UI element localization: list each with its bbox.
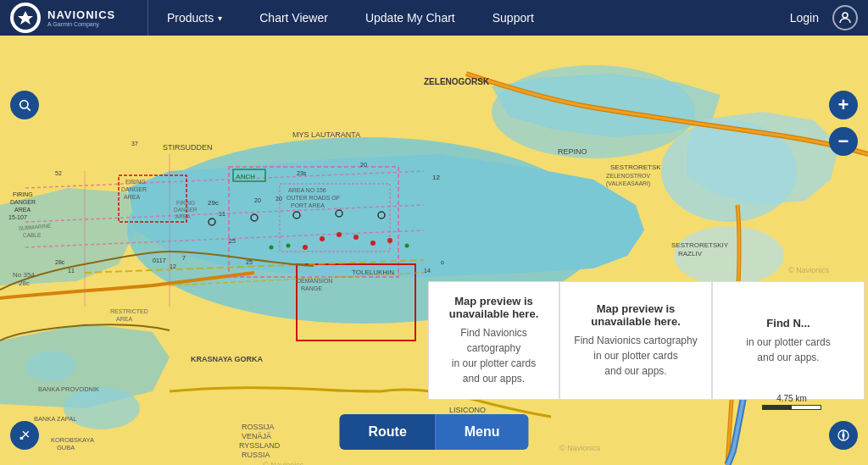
scale-bar: 4.75 km [762,394,821,410]
svg-text:12: 12 [432,174,440,181]
svg-text:20: 20 [360,162,367,168]
panel3-subtitle: in our plotter cardsand our apps. [746,335,830,365]
svg-text:ROSSIJA: ROSSIJA [242,423,275,431]
svg-text:14: 14 [424,268,431,274]
svg-text:No 354: No 354 [13,271,35,279]
svg-text:15-107: 15-107 [8,214,27,220]
svg-text:(VALKEASAARI): (VALKEASAARI) [606,180,650,187]
svg-text:AREA: AREA [14,207,31,213]
nav-right: Login [790,5,868,30]
svg-text:BANKA PROVODNIK: BANKA PROVODNIK [38,385,99,393]
svg-text:RAZLIV: RAZLIV [678,250,703,257]
svg-point-27 [353,235,359,240]
svg-text:DANGER: DANGER [121,186,147,192]
svg-text:TOLELUKHIN: TOLELUKHIN [352,268,394,276]
svg-text:KRASNAYA GORKA: KRASNAYA GORKA [191,355,264,363]
svg-text:28c: 28c [55,259,65,265]
svg-text:FIRING: FIRING [13,191,33,197]
svg-text:MYS LAUTARANTA: MYS LAUTARANTA [292,130,360,139]
svg-text:PORT AREA: PORT AREA [291,202,325,208]
svg-marker-109 [843,431,845,440]
scale-label: 4.75 km [776,394,807,403]
panel2-subtitle: Find Navionics cartographyin our plotter… [574,333,697,379]
svg-marker-0 [18,11,33,25]
svg-text:25: 25 [229,238,236,244]
svg-text:© Navionics: © Navionics [788,266,830,274]
svg-point-13 [25,351,76,381]
panel1-subtitle: Find Navionics cartographyin our plotter… [442,325,546,386]
svg-text:DEMANSION: DEMANSION [297,278,332,284]
nav-login[interactable]: Login [790,11,819,25]
svg-point-1 [843,13,848,18]
svg-text:© Navionics: © Navionics [263,461,304,465]
svg-text:12: 12 [170,263,176,269]
svg-point-30 [387,238,392,243]
search-button[interactable] [10,91,39,119]
svg-text:RYSSLAND: RYSSLAND [239,441,281,450]
svg-text:REPINO: REPINO [558,147,587,156]
svg-point-33 [405,244,409,248]
svg-point-26 [337,232,342,237]
svg-point-32 [270,246,274,250]
svg-text:FIRING: FIRING [125,179,146,185]
svg-text:FIRING: FIRING [176,200,195,206]
svg-text:DANGER: DANGER [174,207,198,213]
map-preview-panel-1: Map preview isunavailable here. Find Nav… [428,281,559,400]
svg-text:RESTRICTED: RESTRICTED [110,308,148,314]
svg-text:29c: 29c [208,199,219,207]
logo-area[interactable]: NAVIONICS A Garmin Company [0,0,148,36]
svg-text:o: o [441,259,444,265]
svg-text:0117: 0117 [153,257,166,263]
nav-items: Products ▾ Chart Viewer Update My Chart … [148,0,790,36]
svg-text:37: 37 [131,141,138,147]
svg-text:AREA: AREA [124,194,140,200]
svg-point-103 [20,101,28,108]
svg-text:GUBA: GUBA [57,444,75,451]
svg-text:STIRSUDDEN: STIRSUDDEN [163,143,213,152]
svg-text:RUSSIA: RUSSIA [242,451,270,459]
svg-point-29 [370,241,376,246]
svg-line-104 [27,108,31,111]
svg-text:AREA: AREA [116,316,132,322]
zoom-out-button[interactable]: − [829,127,858,156]
zoom-in-button[interactable]: + [829,91,858,119]
svg-text:20: 20 [275,196,282,202]
panel1-title: Map preview isunavailable here. [449,295,539,320]
user-avatar[interactable] [832,5,858,30]
map-area[interactable]: ZELENOGORSK STIRSUDDEN MYS LAUTARANTA RE… [0,36,868,465]
svg-text:VENÄJÄ: VENÄJÄ [242,432,271,440]
logo-icon [10,3,41,33]
svg-text:52: 52 [55,170,62,176]
svg-text:28c: 28c [19,280,30,287]
svg-text:CABLE: CABLE [23,232,42,238]
svg-text:AREA NO 156: AREA NO 156 [288,187,326,193]
menu-button[interactable]: Menu [436,414,529,450]
svg-point-12 [64,387,140,429]
panel2-title: Map preview isunavailable here. [591,302,681,328]
svg-text:BANKA ZAPAL: BANKA ZAPAL [34,415,76,423]
svg-text:ZELENOSTROV: ZELENOSTROV [606,173,650,179]
svg-text:SESTRORETSK: SESTRORETSK [610,163,661,171]
svg-text:11: 11 [219,211,225,217]
nav-support[interactable]: Support [474,0,553,36]
svg-text:LISICONO: LISICONO [449,406,486,414]
scale-line [762,405,821,410]
edit-button[interactable] [10,421,39,450]
nav-chart-viewer[interactable]: Chart Viewer [241,0,347,36]
svg-text:7: 7 [182,255,186,261]
compass-button[interactable] [829,421,858,450]
svg-point-31 [287,244,291,248]
chevron-down-icon: ▾ [218,14,222,23]
nav-products[interactable]: Products ▾ [148,0,241,36]
svg-text:KOROBSKAYA: KOROBSKAYA [51,436,94,444]
svg-text:25: 25 [246,259,253,265]
svg-text:RANGE: RANGE [301,285,322,291]
svg-text:DANGER: DANGER [10,199,36,205]
nav-update-chart[interactable]: Update My Chart [347,0,474,36]
svg-text:23s: 23s [297,170,307,176]
svg-text:SESTRORETSKIY: SESTRORETSKIY [671,241,729,249]
logo-name: NAVIONICS [47,8,115,21]
route-button[interactable]: Route [339,414,435,450]
svg-text:OUTER ROADS OF: OUTER ROADS OF [287,195,340,201]
svg-text:ZELENOGORSK: ZELENOGORSK [424,77,490,86]
